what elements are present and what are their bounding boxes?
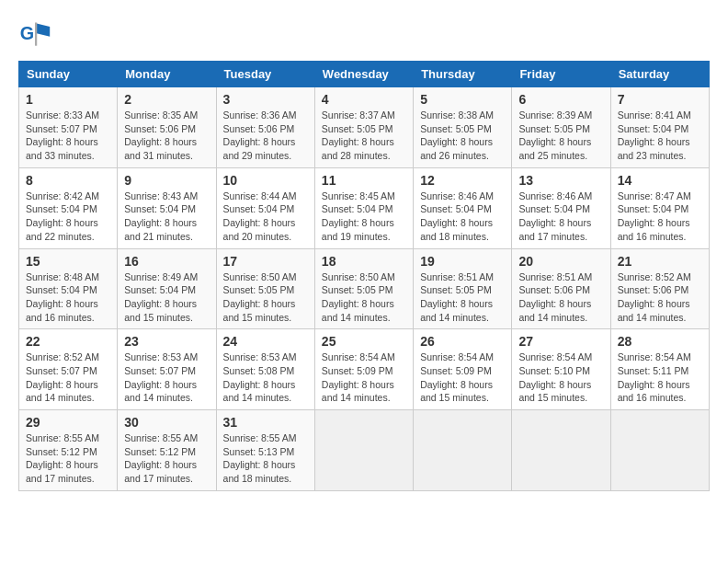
calendar-cell: 17Sunrise: 8:50 AM Sunset: 5:05 PM Dayli… [216, 248, 314, 329]
day-number: 1 [26, 92, 110, 107]
day-number: 10 [223, 173, 308, 188]
day-number: 29 [26, 415, 110, 430]
calendar-cell: 8Sunrise: 8:42 AM Sunset: 5:04 PM Daylig… [19, 167, 118, 248]
calendar-cell: 29Sunrise: 8:55 AM Sunset: 5:12 PM Dayli… [19, 410, 118, 491]
calendar-cell: 4Sunrise: 8:37 AM Sunset: 5:05 PM Daylig… [314, 87, 413, 168]
calendar-week-2: 8Sunrise: 8:42 AM Sunset: 5:04 PM Daylig… [19, 167, 710, 248]
calendar-cell: 15Sunrise: 8:48 AM Sunset: 5:04 PM Dayli… [19, 248, 118, 329]
calendar-cell: 31Sunrise: 8:55 AM Sunset: 5:13 PM Dayli… [216, 410, 314, 491]
day-number: 12 [420, 173, 505, 188]
svg-text:G: G [20, 23, 34, 43]
day-info: Sunrise: 8:51 AM Sunset: 5:06 PM Dayligh… [518, 270, 603, 325]
day-number: 20 [518, 254, 603, 269]
calendar-cell: 24Sunrise: 8:53 AM Sunset: 5:08 PM Dayli… [216, 329, 314, 410]
day-number: 4 [322, 92, 406, 107]
day-number: 2 [124, 92, 209, 107]
calendar-cell: 5Sunrise: 8:38 AM Sunset: 5:05 PM Daylig… [414, 87, 512, 168]
calendar-cell: 2Sunrise: 8:35 AM Sunset: 5:06 PM Daylig… [118, 87, 216, 168]
calendar-cell [610, 410, 709, 491]
day-info: Sunrise: 8:49 AM Sunset: 5:04 PM Dayligh… [124, 270, 209, 325]
day-info: Sunrise: 8:54 AM Sunset: 5:09 PM Dayligh… [322, 350, 406, 405]
calendar-cell: 30Sunrise: 8:55 AM Sunset: 5:12 PM Dayli… [118, 410, 216, 491]
day-info: Sunrise: 8:45 AM Sunset: 5:04 PM Dayligh… [322, 190, 406, 244]
day-info: Sunrise: 8:39 AM Sunset: 5:05 PM Dayligh… [518, 109, 603, 163]
day-number: 3 [223, 92, 308, 107]
calendar-cell: 20Sunrise: 8:51 AM Sunset: 5:06 PM Dayli… [512, 248, 610, 329]
calendar-cell: 12Sunrise: 8:46 AM Sunset: 5:04 PM Dayli… [414, 167, 512, 248]
day-number: 23 [124, 334, 209, 349]
day-info: Sunrise: 8:55 AM Sunset: 5:13 PM Dayligh… [223, 431, 308, 486]
calendar-week-1: 1Sunrise: 8:33 AM Sunset: 5:07 PM Daylig… [19, 87, 710, 168]
day-info: Sunrise: 8:36 AM Sunset: 5:06 PM Dayligh… [223, 109, 308, 163]
day-info: Sunrise: 8:46 AM Sunset: 5:04 PM Dayligh… [420, 190, 505, 244]
day-info: Sunrise: 8:35 AM Sunset: 5:06 PM Dayligh… [124, 109, 209, 163]
calendar-cell [314, 410, 413, 491]
day-number: 21 [618, 254, 702, 269]
day-info: Sunrise: 8:52 AM Sunset: 5:06 PM Dayligh… [618, 270, 702, 325]
calendar-cell: 10Sunrise: 8:44 AM Sunset: 5:04 PM Dayli… [216, 167, 314, 248]
calendar-cell: 27Sunrise: 8:54 AM Sunset: 5:10 PM Dayli… [512, 329, 610, 410]
day-number: 30 [124, 415, 209, 430]
svg-marker-1 [37, 23, 50, 36]
day-info: Sunrise: 8:41 AM Sunset: 5:04 PM Dayligh… [618, 109, 702, 163]
calendar-header-row: SundayMondayTuesdayWednesdayThursdayFrid… [19, 62, 710, 87]
page-header: G [18, 18, 710, 52]
day-header-sunday: Sunday [19, 62, 118, 87]
day-number: 14 [618, 173, 702, 188]
calendar-cell: 22Sunrise: 8:52 AM Sunset: 5:07 PM Dayli… [19, 329, 118, 410]
calendar-cell: 11Sunrise: 8:45 AM Sunset: 5:04 PM Dayli… [314, 167, 413, 248]
day-number: 31 [223, 415, 308, 430]
day-info: Sunrise: 8:53 AM Sunset: 5:07 PM Dayligh… [124, 350, 209, 405]
calendar-cell: 21Sunrise: 8:52 AM Sunset: 5:06 PM Dayli… [610, 248, 709, 329]
day-number: 17 [223, 254, 308, 269]
day-number: 16 [124, 254, 209, 269]
day-header-thursday: Thursday [414, 62, 512, 87]
day-info: Sunrise: 8:51 AM Sunset: 5:05 PM Dayligh… [420, 270, 505, 325]
day-info: Sunrise: 8:54 AM Sunset: 5:09 PM Dayligh… [420, 350, 505, 405]
day-number: 28 [618, 334, 702, 349]
calendar-cell [414, 410, 512, 491]
day-info: Sunrise: 8:33 AM Sunset: 5:07 PM Dayligh… [26, 109, 110, 163]
day-number: 19 [420, 254, 505, 269]
day-number: 15 [26, 254, 110, 269]
day-number: 18 [322, 254, 406, 269]
day-info: Sunrise: 8:42 AM Sunset: 5:04 PM Dayligh… [26, 190, 110, 244]
day-info: Sunrise: 8:46 AM Sunset: 5:04 PM Dayligh… [518, 190, 603, 244]
day-number: 13 [518, 173, 603, 188]
day-info: Sunrise: 8:55 AM Sunset: 5:12 PM Dayligh… [124, 431, 209, 486]
calendar-cell: 23Sunrise: 8:53 AM Sunset: 5:07 PM Dayli… [118, 329, 216, 410]
calendar-table: SundayMondayTuesdayWednesdayThursdayFrid… [18, 61, 710, 491]
day-number: 24 [223, 334, 308, 349]
day-number: 25 [322, 334, 406, 349]
calendar-cell: 7Sunrise: 8:41 AM Sunset: 5:04 PM Daylig… [610, 87, 709, 168]
day-info: Sunrise: 8:47 AM Sunset: 5:04 PM Dayligh… [618, 190, 702, 244]
day-info: Sunrise: 8:50 AM Sunset: 5:05 PM Dayligh… [322, 270, 406, 325]
day-number: 6 [518, 92, 603, 107]
day-info: Sunrise: 8:54 AM Sunset: 5:11 PM Dayligh… [618, 350, 702, 405]
day-info: Sunrise: 8:54 AM Sunset: 5:10 PM Dayligh… [518, 350, 603, 405]
day-info: Sunrise: 8:43 AM Sunset: 5:04 PM Dayligh… [124, 190, 209, 244]
calendar-cell: 25Sunrise: 8:54 AM Sunset: 5:09 PM Dayli… [314, 329, 413, 410]
calendar-cell: 13Sunrise: 8:46 AM Sunset: 5:04 PM Dayli… [512, 167, 610, 248]
calendar-cell: 19Sunrise: 8:51 AM Sunset: 5:05 PM Dayli… [414, 248, 512, 329]
day-number: 5 [420, 92, 505, 107]
day-info: Sunrise: 8:48 AM Sunset: 5:04 PM Dayligh… [26, 270, 110, 325]
day-info: Sunrise: 8:37 AM Sunset: 5:05 PM Dayligh… [322, 109, 406, 163]
calendar-week-5: 29Sunrise: 8:55 AM Sunset: 5:12 PM Dayli… [19, 410, 710, 491]
day-number: 27 [518, 334, 603, 349]
calendar-cell: 14Sunrise: 8:47 AM Sunset: 5:04 PM Dayli… [610, 167, 709, 248]
calendar-week-3: 15Sunrise: 8:48 AM Sunset: 5:04 PM Dayli… [19, 248, 710, 329]
day-number: 26 [420, 334, 505, 349]
day-number: 22 [26, 334, 110, 349]
calendar-cell [512, 410, 610, 491]
day-header-saturday: Saturday [610, 62, 709, 87]
calendar-cell: 26Sunrise: 8:54 AM Sunset: 5:09 PM Dayli… [414, 329, 512, 410]
day-info: Sunrise: 8:38 AM Sunset: 5:05 PM Dayligh… [420, 109, 505, 163]
day-number: 7 [618, 92, 702, 107]
day-info: Sunrise: 8:53 AM Sunset: 5:08 PM Dayligh… [223, 350, 308, 405]
day-number: 8 [26, 173, 110, 188]
calendar-cell: 16Sunrise: 8:49 AM Sunset: 5:04 PM Dayli… [118, 248, 216, 329]
logo-icon: G [18, 18, 51, 52]
calendar-cell: 6Sunrise: 8:39 AM Sunset: 5:05 PM Daylig… [512, 87, 610, 168]
day-info: Sunrise: 8:50 AM Sunset: 5:05 PM Dayligh… [223, 270, 308, 325]
